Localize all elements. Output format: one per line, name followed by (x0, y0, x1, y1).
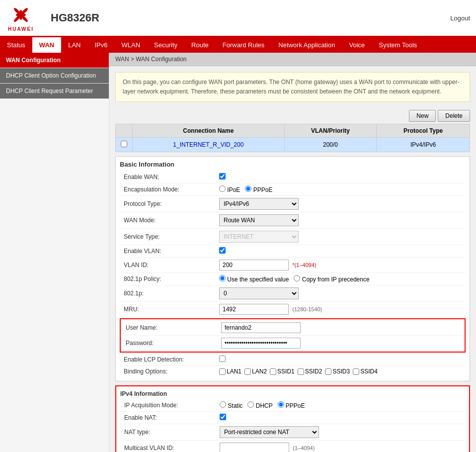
lcp-detection-checkbox[interactable] (219, 356, 226, 362)
svg-point-3 (21, 7, 29, 15)
enable-wan-row: Enable WAN: (120, 171, 466, 183)
nav-voice[interactable]: Voice (342, 37, 372, 53)
ipv4-dhcp-radio[interactable] (247, 401, 254, 408)
ipv4-multicast-hint: (1–4094) (293, 445, 315, 451)
nav-forward-rules[interactable]: Forward Rules (216, 37, 272, 53)
enable-nat-row: Enable NAT: (120, 412, 465, 424)
sidebar-item-dhcp-option[interactable]: DHCP Client Option Configuration (0, 68, 109, 84)
new-button[interactable]: New (409, 110, 436, 122)
logout-button[interactable]: Logout (450, 14, 470, 22)
delete-button[interactable]: Delete (438, 110, 470, 122)
binding-ssid1-checkbox[interactable] (270, 368, 276, 375)
enable-wan-label: Enable WAN: (120, 174, 219, 181)
ipv4-ipv6-section: IPv4 Information IP Acquisition Mode: St… (115, 385, 470, 452)
logo-area: HUAWEI (6, 4, 36, 32)
protocol-type-select[interactable]: IPv4/IPv6 (219, 198, 299, 210)
row-connection-name: 1_INTERNET_R_VID_200 (133, 138, 285, 152)
basic-info-section: Basic Information Enable WAN: Encapsulat… (115, 156, 470, 381)
service-type-select: INTERNET (219, 231, 299, 243)
table-container: Connection Name VLAN/Priority Protocol T… (115, 124, 470, 152)
policy-specified-radio[interactable] (219, 275, 226, 281)
binding-ssid4-checkbox[interactable] (353, 368, 359, 375)
ipv4-pppoe-label: PPPoE (278, 402, 305, 409)
binding-options-value: LAN1 LAN2 SSID1 SSID2 SSID3 SSID4 (219, 368, 466, 375)
enable-wan-checkbox[interactable] (219, 173, 226, 180)
sidebar-item-wan-config[interactable]: WAN Configuration (0, 53, 109, 68)
binding-ssid2-label: SSID2 (298, 368, 322, 375)
lcp-detection-label: Enable LCP Detection: (120, 356, 219, 363)
encap-pppoe-radio[interactable] (245, 185, 251, 192)
binding-lan2-label: LAN2 (244, 368, 267, 375)
ipv4-multicast-vlan-input[interactable] (220, 443, 289, 452)
ipv4-multicast-vlan-value: (1–4094) (220, 443, 465, 452)
enable-vlan-checkbox[interactable] (219, 247, 226, 254)
nav-wlan[interactable]: WLAN (115, 37, 148, 53)
encap-ipoe-label: IPoE (219, 186, 240, 193)
nav-security[interactable]: Security (147, 37, 184, 53)
ipv4-static-label: Static (220, 402, 242, 409)
nav-wan[interactable]: WAN (32, 37, 61, 53)
col-vlan-header: VLAN/Priority (284, 124, 377, 138)
mru-input[interactable] (219, 304, 289, 315)
8021p-select[interactable]: 0123 4567 (219, 287, 299, 299)
nav-status[interactable]: Status (0, 37, 32, 53)
ipv4-acquisition-value: Static DHCP PPPoE (220, 401, 465, 409)
ipv4-acquisition-row: IP Acquisition Mode: Static DHCP PPPoE (120, 399, 465, 412)
username-input[interactable] (221, 322, 301, 333)
service-type-row: Service Type: INTERNET (120, 229, 466, 245)
credentials-box: User Name: Password: (120, 318, 466, 353)
policy-copy-radio[interactable] (294, 275, 300, 281)
enable-nat-checkbox[interactable] (220, 414, 226, 420)
wan-mode-select[interactable]: Route WAN Bridge WAN (219, 214, 299, 226)
service-type-value: INTERNET (219, 231, 466, 243)
main-container: WAN Configuration DHCP Client Option Con… (0, 53, 476, 452)
ipv4-pppoe-radio[interactable] (278, 401, 284, 408)
vlan-id-hint: *(1–4094) (292, 262, 316, 268)
col-protocol-header: Protocol Type (377, 124, 470, 138)
row-checkbox[interactable] (121, 141, 127, 147)
nat-type-row: NAT type: Port-restricted cone NAT Full … (120, 424, 465, 441)
binding-ssid3-checkbox[interactable] (325, 368, 331, 375)
nav-lan[interactable]: LAN (61, 37, 87, 53)
sidebar-item-dhcp-request[interactable]: DHCP Client Request Parameter (0, 84, 109, 99)
vlan-id-value: *(1–4094) (219, 260, 466, 271)
8021p-policy-value: Use the specified value Copy from IP pre… (219, 275, 466, 283)
binding-lan2-checkbox[interactable] (244, 368, 251, 375)
ipv4-multicast-vlan-label: Multicast VLAN ID: (120, 445, 220, 452)
nat-type-select[interactable]: Port-restricted cone NAT Full cone NAT S… (220, 426, 319, 438)
wan-mode-value: Route WAN Bridge WAN (219, 214, 466, 226)
ipv4-static-radio[interactable] (220, 401, 226, 408)
table-row[interactable]: 1_INTERNET_R_VID_200 200/0 IPv4/IPv6 (116, 138, 470, 152)
protocol-type-label: Protocol Type: (120, 200, 219, 207)
encap-pppoe-label: PPPoE (245, 186, 272, 193)
ipv4-title: IPv4 Information (120, 390, 465, 397)
svg-point-2 (13, 7, 21, 15)
encapsulation-row: Encapsulation Mode: IPoE PPPoE (120, 183, 466, 196)
nav-ipv6[interactable]: IPv6 (88, 37, 115, 53)
password-value (221, 338, 464, 349)
password-input[interactable] (221, 338, 301, 349)
encap-ipoe-radio[interactable] (219, 185, 226, 192)
vlan-id-input[interactable] (219, 260, 289, 271)
nav-system-tools[interactable]: System Tools (372, 37, 424, 53)
ipv4-dhcp-label: DHCP (247, 402, 272, 409)
row-protocol: IPv4/IPv6 (377, 138, 470, 152)
nav-network-application[interactable]: Network Application (271, 37, 342, 53)
username-label: User Name: (122, 324, 221, 331)
binding-lan1-checkbox[interactable] (219, 368, 226, 375)
svg-point-4 (13, 15, 21, 23)
enable-vlan-label: Enable VLAN: (120, 248, 219, 255)
row-vlan: 200/0 (284, 138, 377, 152)
binding-options-row: Binding Options: LAN1 LAN2 SSID1 SSID2 S… (120, 366, 466, 377)
binding-ssid2-checkbox[interactable] (298, 368, 304, 375)
enable-wan-value (219, 173, 466, 181)
8021p-policy-label: 802.1p Policy: (120, 275, 219, 282)
protocol-type-value: IPv4/IPv6 (219, 198, 466, 210)
8021p-policy-row: 802.1p Policy: Use the specified value C… (120, 273, 466, 285)
info-box: On this page, you can configure WAN port… (115, 72, 470, 102)
nav-route[interactable]: Route (184, 37, 216, 53)
mru-row: MRU: (1280-1540) (120, 302, 466, 317)
service-type-label: Service Type: (120, 233, 219, 240)
app-title: HG8326R (51, 11, 450, 24)
password-row: Password: (122, 336, 464, 351)
